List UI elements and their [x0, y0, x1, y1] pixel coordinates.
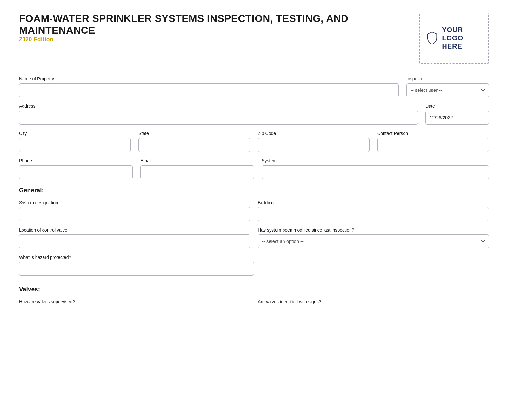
contact-input[interactable] — [377, 138, 489, 152]
modified-group: Has system been modified since last insp… — [258, 227, 489, 248]
phone-input[interactable] — [19, 165, 133, 179]
phone-group: Phone — [19, 158, 133, 179]
designation-building-row: System designation: Building: — [19, 200, 489, 221]
control-valve-input[interactable] — [19, 234, 250, 248]
contact-group: Contact Person — [377, 131, 489, 152]
page-header: FOAM-WATER SPRINKLER SYSTEMS INSPECTION,… — [19, 13, 489, 64]
signs-label: Are valves identified with signs? — [258, 299, 489, 304]
inspector-group: Inspector: -- select user -- — [406, 76, 489, 97]
logo-text: YOUR LOGO HERE — [442, 26, 482, 51]
logo-shield-icon — [426, 27, 438, 50]
date-group: Date — [425, 104, 489, 125]
building-group: Building: — [258, 200, 489, 221]
property-input[interactable] — [19, 83, 399, 97]
page-title: FOAM-WATER SPRINKLER SYSTEMS INSPECTION,… — [19, 13, 406, 36]
city-input[interactable] — [19, 138, 131, 152]
date-label: Date — [425, 104, 489, 109]
modified-select[interactable]: -- select an option -- Yes No — [258, 234, 489, 248]
city-group: City — [19, 131, 131, 152]
building-label: Building: — [258, 200, 489, 205]
designation-label: System designation: — [19, 200, 250, 205]
email-group: Email — [140, 158, 254, 179]
valve-modified-row: Location of control valve: Has system be… — [19, 227, 489, 248]
title-block: FOAM-WATER SPRINKLER SYSTEMS INSPECTION,… — [19, 13, 419, 43]
hazard-input[interactable] — [19, 262, 254, 276]
property-label: Name of Property — [19, 76, 399, 81]
state-input[interactable] — [138, 138, 250, 152]
property-inspector-row: Name of Property Inspector: -- select us… — [19, 76, 489, 97]
date-input[interactable] — [425, 111, 489, 125]
general-section: General: System designation: Building: L… — [19, 187, 489, 276]
supervised-label: How are valves supervised? — [19, 299, 250, 304]
general-section-title: General: — [19, 187, 489, 194]
system-input[interactable] — [262, 165, 489, 179]
phone-email-system-row: Phone Email System: — [19, 158, 489, 179]
edition-label: 2020 Edition — [19, 36, 53, 43]
system-label: System: — [262, 158, 489, 163]
inspector-select[interactable]: -- select user -- — [406, 83, 489, 97]
email-label: Email — [140, 158, 254, 163]
zip-input[interactable] — [258, 138, 370, 152]
address-input[interactable] — [19, 111, 418, 125]
modified-label: Has system been modified since last insp… — [258, 227, 489, 233]
hazard-row: What is hazard protected? — [19, 255, 489, 276]
city-state-zip-contact-row: City State Zip Code Contact Person — [19, 131, 489, 152]
designation-group: System designation: — [19, 200, 250, 221]
logo-box: YOUR LOGO HERE — [419, 13, 489, 64]
address-label: Address — [19, 104, 418, 109]
contact-label: Contact Person — [377, 131, 489, 136]
valves-labels-row: How are valves supervised? Are valves id… — [19, 299, 489, 304]
zip-label: Zip Code — [258, 131, 370, 136]
inspector-label: Inspector: — [406, 76, 489, 81]
address-group: Address — [19, 104, 418, 125]
valves-section: Valves: How are valves supervised? Are v… — [19, 286, 489, 304]
system-group: System: — [262, 158, 489, 179]
zip-group: Zip Code — [258, 131, 370, 152]
hazard-group: What is hazard protected? — [19, 255, 254, 276]
address-date-row: Address Date — [19, 104, 489, 125]
property-group: Name of Property — [19, 76, 399, 97]
phone-label: Phone — [19, 158, 133, 163]
valves-section-title: Valves: — [19, 286, 489, 293]
state-label: State — [138, 131, 250, 136]
control-valve-group: Location of control valve: — [19, 227, 250, 248]
state-group: State — [138, 131, 250, 152]
city-label: City — [19, 131, 131, 136]
property-inspector-section: Name of Property Inspector: -- select us… — [19, 76, 489, 179]
email-input[interactable] — [140, 165, 254, 179]
hazard-label: What is hazard protected? — [19, 255, 254, 260]
designation-input[interactable] — [19, 207, 250, 221]
building-input[interactable] — [258, 207, 489, 221]
control-valve-label: Location of control valve: — [19, 227, 250, 233]
